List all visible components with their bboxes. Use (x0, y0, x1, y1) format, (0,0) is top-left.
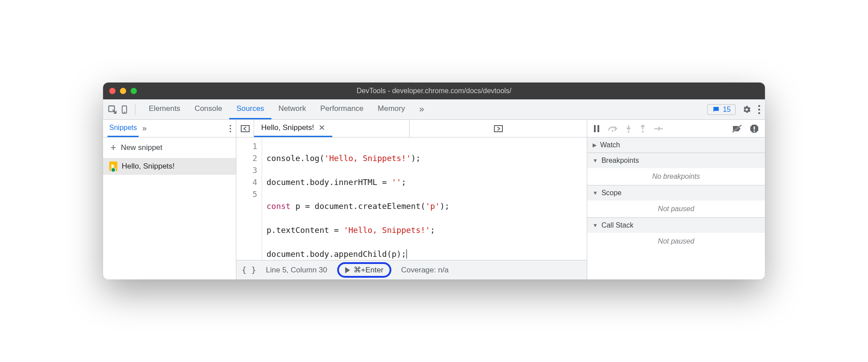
divider (135, 104, 135, 115)
svg-rect-20 (754, 130, 755, 132)
step-icon[interactable] (654, 126, 663, 132)
tab-performance[interactable]: Performance (313, 99, 370, 119)
tab-sources[interactable]: Sources (229, 99, 271, 119)
tab-console[interactable]: Console (187, 99, 229, 119)
line-gutter: 1 2 3 4 5 (236, 138, 262, 260)
code-content[interactable]: console.log('Hello, Snippets!'); documen… (262, 138, 450, 260)
watch-section: ▶Watch (587, 138, 765, 153)
navigator-sidebar: Snippets » + New snippet Hello, Snippets… (103, 120, 236, 279)
editor-statusbar: { } Line 5, Column 30 ⌘+Enter Coverage: … (236, 260, 587, 279)
svg-point-6 (230, 125, 231, 126)
svg-point-5 (758, 112, 760, 114)
editor-pane: Hello, Snippets! ✕ 1 2 3 4 5 console.log… (236, 120, 587, 279)
callstack-body: Not paused (587, 233, 765, 250)
svg-point-7 (230, 128, 231, 129)
pause-icon[interactable] (593, 125, 600, 132)
svg-point-16 (661, 128, 663, 130)
callstack-section: ▼Call Stack Not paused (587, 218, 765, 250)
tab-elements[interactable]: Elements (142, 99, 187, 119)
breakpoints-section: ▼Breakpoints No breakpoints (587, 153, 765, 185)
step-out-icon[interactable] (640, 125, 646, 133)
svg-rect-10 (494, 126, 502, 132)
watch-header[interactable]: ▶Watch (587, 138, 765, 153)
inspect-element-icon[interactable] (108, 105, 117, 114)
coverage-status: Coverage: n/a (401, 266, 449, 275)
format-icon[interactable]: { } (242, 265, 256, 275)
svg-rect-12 (597, 125, 599, 132)
svg-rect-9 (241, 126, 249, 132)
issues-count: 15 (723, 106, 731, 114)
chevron-right-icon: ▶ (593, 142, 597, 148)
code-editor[interactable]: 1 2 3 4 5 console.log('Hello, Snippets!'… (236, 138, 587, 260)
pause-on-exceptions-icon[interactable] (750, 124, 759, 133)
callstack-header[interactable]: ▼Call Stack (587, 218, 765, 233)
snippet-name: Hello, Snippets! (122, 162, 175, 171)
svg-rect-19 (754, 126, 755, 130)
scope-header[interactable]: ▼Scope (587, 185, 765, 201)
main-toolbar: Elements Console Sources Network Perform… (103, 99, 765, 120)
file-tabs: Hello, Snippets! ✕ (236, 120, 587, 138)
more-tabs-icon[interactable]: » (412, 99, 431, 119)
titlebar: DevTools - developer.chrome.com/docs/dev… (103, 83, 765, 99)
debugger-sidebar: ▶Watch ▼Breakpoints No breakpoints ▼Scop… (587, 120, 765, 279)
nav-back-icon[interactable] (236, 120, 254, 137)
breakpoints-header[interactable]: ▼Breakpoints (587, 153, 765, 168)
issues-button[interactable]: 15 (707, 104, 736, 115)
new-snippet-button[interactable]: + New snippet (103, 138, 236, 158)
snippet-item[interactable]: Hello, Snippets! (103, 158, 236, 175)
file-tab-name: Hello, Snippets! (261, 123, 314, 132)
step-over-icon[interactable] (608, 125, 617, 132)
nav-forward-icon[interactable] (409, 120, 587, 137)
file-tab[interactable]: Hello, Snippets! ✕ (254, 120, 332, 137)
sidebar-menu-icon[interactable] (229, 124, 231, 133)
more-sidebar-tabs-icon[interactable]: » (142, 124, 147, 133)
sources-panel: Snippets » + New snippet Hello, Snippets… (103, 120, 765, 279)
settings-icon[interactable] (742, 105, 752, 114)
chevron-down-icon: ▼ (593, 222, 598, 228)
device-toggle-icon[interactable] (120, 105, 129, 114)
run-shortcut: ⌘+Enter (354, 265, 384, 275)
deactivate-breakpoints-icon[interactable] (732, 125, 742, 133)
svg-point-8 (230, 131, 231, 132)
chevron-down-icon: ▼ (593, 157, 598, 164)
tab-memory[interactable]: Memory (370, 99, 412, 119)
svg-point-15 (642, 131, 644, 133)
scope-body: Not paused (587, 201, 765, 217)
scope-section: ▼Scope Not paused (587, 185, 765, 218)
tab-network[interactable]: Network (271, 99, 313, 119)
plus-icon: + (109, 142, 117, 153)
snippet-file-icon (109, 161, 117, 171)
svg-point-3 (758, 105, 760, 106)
svg-point-13 (612, 130, 613, 132)
new-snippet-label: New snippet (121, 143, 163, 152)
sidebar-tabs: Snippets » (103, 120, 236, 138)
breakpoints-body: No breakpoints (587, 168, 765, 185)
panel-tabs: Elements Console Sources Network Perform… (142, 99, 431, 119)
cursor-position: Line 5, Column 30 (266, 266, 327, 275)
svg-point-4 (758, 108, 760, 110)
close-tab-icon[interactable]: ✕ (319, 123, 325, 133)
svg-point-14 (628, 131, 629, 133)
debugger-toolbar (587, 120, 765, 138)
play-icon (345, 267, 350, 273)
sidebar-tab-snippets[interactable]: Snippets (108, 120, 139, 137)
run-snippet-button[interactable]: ⌘+Enter (337, 262, 392, 278)
svg-rect-11 (594, 125, 596, 132)
step-into-icon[interactable] (625, 125, 632, 133)
chevron-down-icon: ▼ (593, 190, 598, 196)
window-title: DevTools - developer.chrome.com/docs/dev… (103, 87, 765, 95)
kebab-menu-icon[interactable] (758, 105, 760, 114)
devtools-window: DevTools - developer.chrome.com/docs/dev… (103, 83, 765, 279)
